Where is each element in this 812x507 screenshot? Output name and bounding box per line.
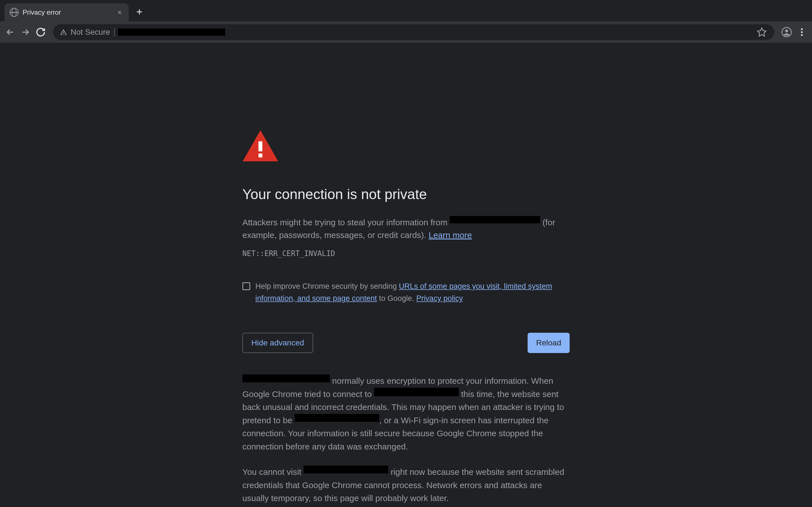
back-button[interactable] [4, 26, 16, 38]
svg-rect-5 [259, 141, 262, 151]
reload-button[interactable] [35, 26, 46, 38]
globe-icon [10, 8, 19, 17]
error-description: Attackers might be trying to steal your … [242, 216, 570, 241]
bookmark-button[interactable] [756, 26, 767, 38]
menu-button[interactable] [796, 26, 808, 38]
toolbar: Not Secure [0, 21, 812, 43]
redacted-domain: x [304, 465, 388, 473]
svg-rect-6 [259, 154, 262, 158]
url-text [118, 29, 225, 36]
redacted-domain: x [374, 388, 459, 396]
hide-advanced-button[interactable]: Hide advanced [242, 333, 313, 353]
new-tab-button[interactable] [132, 5, 146, 19]
tab-title: Privacy error [22, 8, 112, 16]
error-heading: Your connection is not private [242, 186, 570, 203]
security-indicator[interactable]: Not Secure [60, 27, 115, 37]
warning-triangle-icon [60, 29, 67, 36]
redacted-domain: x [294, 414, 379, 422]
reload-page-button[interactable]: Reload [528, 333, 570, 353]
svg-point-2 [801, 29, 803, 30]
tab-bar: Privacy error [0, 0, 812, 21]
svg-point-1 [785, 29, 788, 33]
help-improve-row: Help improve Chrome security by sending … [242, 280, 570, 304]
address-bar[interactable]: Not Secure [53, 24, 774, 40]
forward-button[interactable] [20, 26, 31, 38]
advanced-explanation-1: x normally uses encryption to protect yo… [242, 375, 570, 453]
tab-active[interactable]: Privacy error [4, 3, 129, 21]
learn-more-link[interactable]: Learn more [429, 230, 472, 240]
redacted-domain: x [450, 216, 540, 223]
profile-button[interactable] [781, 26, 792, 38]
warning-icon [242, 130, 570, 162]
help-checkbox[interactable] [242, 282, 250, 290]
security-label: Not Secure [70, 27, 110, 37]
error-code: NET::ERR_CERT_INVALID [242, 249, 570, 258]
svg-point-4 [801, 35, 803, 36]
privacy-policy-link[interactable]: Privacy policy [416, 294, 463, 302]
close-tab-button[interactable] [116, 8, 123, 16]
svg-point-3 [801, 31, 803, 33]
advanced-explanation-2: You cannot visit x right now because the… [242, 465, 570, 505]
redacted-domain: x [242, 375, 330, 382]
